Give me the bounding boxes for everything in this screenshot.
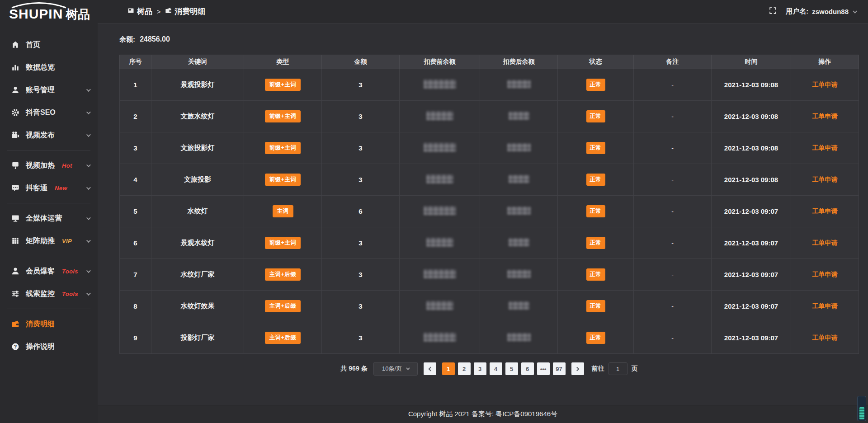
column-header: 扣费后余额 <box>480 55 558 69</box>
work-order-link[interactable]: 工单申请 <box>812 207 838 215</box>
column-header: 金额 <box>322 55 400 69</box>
sidebar-item-矩阵助推[interactable]: 矩阵助推VIP <box>0 230 98 252</box>
cell-remark: - <box>634 291 712 322</box>
cell-amount: 3 <box>322 101 400 132</box>
chevron-down-icon <box>853 9 857 14</box>
sidebar-item-视频发布[interactable]: 视频发布 <box>0 124 98 146</box>
page-button-5[interactable]: 5 <box>505 362 518 375</box>
sidebar-item-badge: New <box>55 185 67 192</box>
page-button-3[interactable]: 3 <box>474 362 486 375</box>
sidebar-item-会员爆客[interactable]: 会员爆客Tools <box>0 260 98 282</box>
cell-time: 2021-12-03 09:07 <box>712 259 791 291</box>
sidebar-item-数据总览[interactable]: 数据总览 <box>0 56 98 79</box>
page-button-6[interactable]: 6 <box>521 362 534 375</box>
table-row: 3文旅投影灯前缀+主词3正常-2021-12-03 09:08工单申请 <box>120 132 859 164</box>
work-order-link[interactable]: 工单申请 <box>812 239 838 246</box>
corner-scroll-widget[interactable] <box>857 396 866 421</box>
cell-index: 8 <box>120 291 151 322</box>
cell-index: 1 <box>120 69 151 101</box>
cell-amount: 3 <box>322 259 400 291</box>
work-order-link[interactable]: 工单申请 <box>812 81 838 88</box>
cell-action: 工单申请 <box>791 101 859 132</box>
type-badge: 前缀+主词 <box>265 174 301 186</box>
goto-page-input[interactable] <box>609 362 627 375</box>
column-header: 状态 <box>558 55 634 69</box>
sidebar-item-视频加热[interactable]: 视频加热Hot <box>0 154 98 177</box>
sidebar-item-抖客通[interactable]: 抖客通New <box>0 177 98 199</box>
cell-status: 正常 <box>558 227 634 259</box>
cell-amount: 6 <box>322 196 400 227</box>
work-order-link[interactable]: 工单申请 <box>812 176 838 183</box>
more-pages-button[interactable]: ••• <box>537 362 550 375</box>
user-icon <box>11 86 19 94</box>
prev-page-button[interactable] <box>424 362 436 375</box>
work-order-link[interactable]: 工单申请 <box>812 113 838 120</box>
cell-balance-before <box>400 164 480 196</box>
cell-type: 前缀+主词 <box>244 164 322 196</box>
cell-time: 2021-12-03 09:07 <box>712 322 791 354</box>
sidebar-item-全媒体运营[interactable]: 全媒体运营 <box>0 207 98 230</box>
page-size-select[interactable]: 10条/页 <box>373 362 418 376</box>
censored-value <box>507 270 531 278</box>
main-content: 余额: 24856.00 序号关键词类型金额扣费前余额扣费后余额状态备注时间操作… <box>98 35 868 376</box>
cell-time: 2021-12-03 09:08 <box>712 69 791 101</box>
work-order-link[interactable]: 工单申请 <box>812 334 838 341</box>
sidebar-item-账号管理[interactable]: 账号管理 <box>0 79 98 101</box>
censored-value <box>426 238 453 247</box>
censored-value <box>509 238 529 246</box>
cell-type: 主词+后缀 <box>244 291 322 322</box>
sidebar-item-label: 会员爆客 <box>26 267 55 276</box>
home-icon <box>11 41 19 49</box>
fullscreen-icon[interactable] <box>769 7 777 16</box>
sidebar-item-线索监控[interactable]: 线索监控Tools <box>0 282 98 305</box>
breadcrumb-separator: > <box>157 8 160 15</box>
breadcrumb-current[interactable]: 消费明细 <box>165 6 205 17</box>
censored-value <box>509 175 529 183</box>
table-header-row: 序号关键词类型金额扣费前余额扣费后余额状态备注时间操作 <box>120 55 859 69</box>
page-button-4[interactable]: 4 <box>490 362 502 375</box>
scroll-thumb <box>859 407 864 419</box>
censored-value <box>424 143 456 152</box>
balance-value: 24856.00 <box>140 35 170 43</box>
cell-index: 7 <box>120 259 151 291</box>
cell-index: 4 <box>120 164 151 196</box>
sidebar-item-抖音SEO[interactable]: 抖音SEO <box>0 101 98 124</box>
type-badge: 前缀+主词 <box>265 110 301 122</box>
cell-balance-after <box>480 69 558 101</box>
chevron-down-icon <box>86 238 91 243</box>
gear-icon <box>11 108 19 117</box>
breadcrumb-home[interactable]: 树品 <box>127 6 152 17</box>
cell-remark: - <box>634 227 712 259</box>
page-button-97[interactable]: 97 <box>553 362 566 375</box>
status-badge: 正常 <box>586 205 605 217</box>
cell-status: 正常 <box>558 322 634 354</box>
page-button-1[interactable]: 1 <box>442 362 455 375</box>
sidebar-item-首页[interactable]: 首页 <box>0 33 98 56</box>
next-page-button[interactable] <box>571 362 584 375</box>
cell-keyword: 景观水纹灯 <box>151 227 244 259</box>
work-order-link[interactable]: 工单申请 <box>812 144 838 151</box>
breadcrumb: 树品 > 消费明细 <box>127 6 205 17</box>
column-header: 备注 <box>634 55 712 69</box>
logo-arc <box>10 2 68 9</box>
table-row: 8水纹灯效果主词+后缀3正常-2021-12-03 09:07工单申请 <box>120 291 859 322</box>
username-label: 用户名: <box>786 7 808 16</box>
sidebar-item-消费明细[interactable]: 消费明细 <box>0 313 98 335</box>
page-button-2[interactable]: 2 <box>458 362 471 375</box>
sidebar-item-label: 线索监控 <box>26 289 55 299</box>
cell-time: 2021-12-03 09:07 <box>712 291 791 322</box>
help-icon: ? <box>11 343 19 351</box>
work-order-link[interactable]: 工单申请 <box>812 271 838 278</box>
sidebar-item-操作说明[interactable]: ?操作说明 <box>0 335 98 358</box>
copyright-text: Copyright 树品 2021 备案号: 粤ICP备09019646号 <box>408 410 557 418</box>
page-buttons: 123456•••97 <box>442 362 566 375</box>
sidebar-menu: 首页数据总览账号管理抖音SEO视频发布视频加热Hot抖客通New全媒体运营矩阵助… <box>0 28 98 358</box>
cell-status: 正常 <box>558 132 634 164</box>
cell-type: 主词 <box>244 196 322 227</box>
user-dropdown[interactable]: 用户名: zswodun88 <box>786 7 856 16</box>
cell-balance-after <box>480 132 558 164</box>
type-badge: 主词+后缀 <box>265 332 301 344</box>
chevron-left-icon <box>428 367 433 371</box>
work-order-link[interactable]: 工单申请 <box>812 302 838 310</box>
chevron-down-icon <box>86 216 91 220</box>
